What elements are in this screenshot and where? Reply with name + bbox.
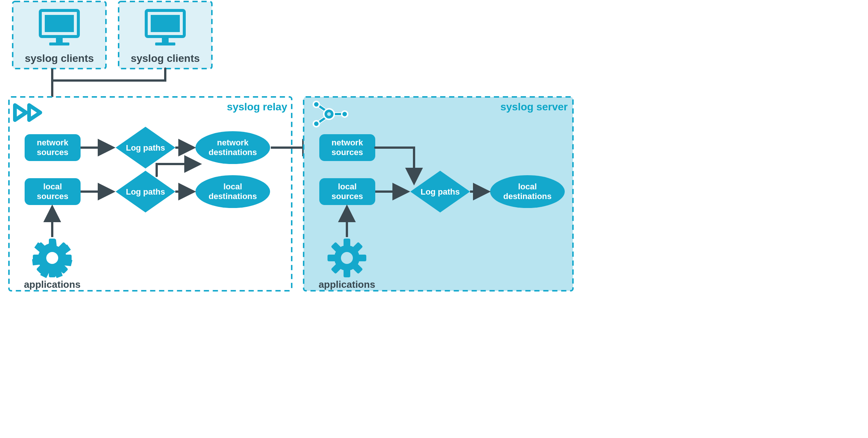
gear-icon [328,239,366,277]
server-local-destinations: localdestinations [490,175,565,208]
svg-rect-3 [56,37,63,42]
svg-text:Log paths: Log paths [420,187,460,196]
relay-network-sources: networksources [25,134,81,161]
syslog-client-left-label: syslog clients [25,53,94,64]
syslog-client-right-label: syslog clients [131,53,200,64]
svg-rect-9 [155,42,175,45]
syslog-relay-panel: syslog relay networksources localsources… [9,97,292,291]
svg-point-43 [313,121,319,127]
server-network-sources: networksources [319,134,375,161]
svg-text:networksources: networksources [37,138,69,157]
svg-point-42 [313,101,319,107]
svg-point-40 [327,112,331,116]
gear-icon [33,239,72,277]
server-applications-label: applications [319,279,375,290]
svg-rect-4 [49,42,69,45]
syslog-client-box-right: syslog clients [119,1,212,69]
server-local-sources: localsources [319,178,375,205]
svg-point-31 [46,252,58,264]
syslog-client-box-left: syslog clients [13,1,106,69]
syslog-relay-title: syslog relay [227,101,287,113]
svg-rect-2 [45,15,74,32]
client-connector [52,69,165,81]
svg-text:Log paths: Log paths [126,143,165,152]
relay-local-sources: localsources [25,178,81,205]
relay-applications-label: applications [24,279,81,290]
syslog-server-panel: syslog server networksources localsource… [304,97,573,291]
svg-text:networksources: networksources [332,138,363,157]
svg-text:Log paths: Log paths [126,187,165,196]
relay-local-destinations: localdestinations [195,175,270,208]
syslog-architecture-diagram: syslog clients syslog clients syslog rel… [0,0,579,294]
relay-network-destinations: networkdestinations [195,131,270,164]
svg-rect-8 [162,37,169,42]
svg-rect-7 [151,15,180,32]
svg-point-57 [341,252,353,264]
syslog-server-title: syslog server [500,101,568,113]
svg-point-41 [342,111,348,117]
